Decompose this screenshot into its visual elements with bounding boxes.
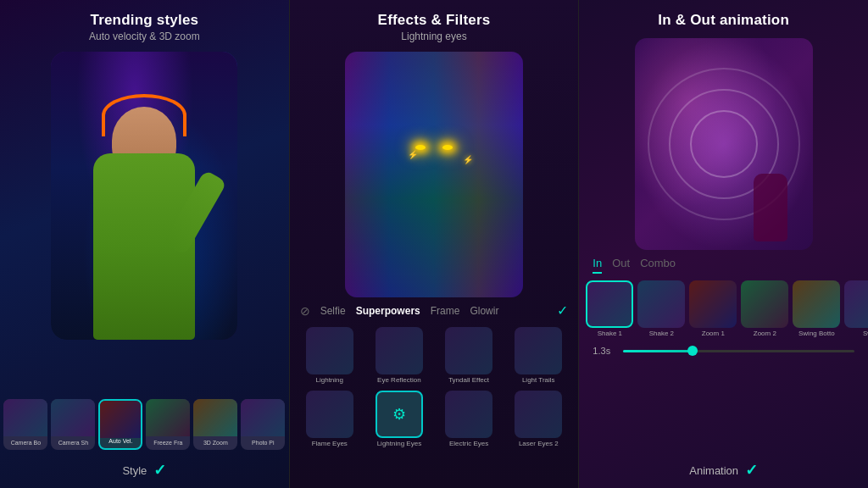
panel-2-title: Effects & Filters	[378, 12, 491, 29]
effects-grid-row1: Lightning Eye Reflection Tyndall Effect …	[290, 324, 579, 387]
effect-laser-eyes-2[interactable]: Laser Eyes 2	[505, 391, 571, 447]
animation-label: Animation	[689, 464, 738, 477]
style-thumb-photo-pi[interactable]: Photo Pi	[241, 399, 285, 450]
no-effect-icon[interactable]: ⊘	[300, 304, 310, 318]
style-thumb-3d-zoom[interactable]: 3D Zoom	[193, 399, 237, 450]
light-trail-effect	[635, 38, 813, 250]
anim-shake-2[interactable]: Shake 2	[637, 280, 685, 337]
slider-fill	[623, 350, 693, 352]
lightning-bolt-left: ⚡	[408, 150, 418, 159]
effects-menu-bar: ⊘ Selfie Superpowers Frame Glowir ✓	[290, 297, 579, 324]
face-with-effects: ⚡ ⚡	[345, 52, 523, 297]
panel-3-footer: Animation ✓	[579, 461, 868, 480]
panel-effects-filters: Effects & Filters Lightning eyes ⚡ ⚡ ⊘ S…	[289, 0, 580, 488]
style-checkmark[interactable]: ✓	[153, 461, 166, 480]
panel-1-photo	[51, 52, 237, 340]
circle-trail-3	[690, 110, 758, 178]
effect-tyndall[interactable]: Tyndall Effect	[436, 327, 502, 384]
anim-shake-1[interactable]: Shake 1	[586, 280, 633, 337]
animation-tabs: In Out Combo	[579, 250, 868, 277]
slider-track[interactable]	[623, 350, 854, 352]
effect-electric-eyes[interactable]: Electric Eyes	[436, 391, 502, 447]
panel-3-header: In & Out animation	[649, 0, 798, 34]
lightning-eyes-effect	[415, 145, 453, 150]
panel-1-header: Trending styles Auto velocity & 3D zoom	[81, 0, 209, 47]
animation-checkmark[interactable]: ✓	[745, 461, 758, 480]
menu-superpowers[interactable]: Superpowers	[356, 305, 420, 317]
tab-combo[interactable]: Combo	[640, 257, 676, 274]
panel-1-title: Trending styles	[89, 12, 200, 29]
slider-thumb[interactable]	[687, 346, 698, 356]
style-thumb-freeze[interactable]: Freeze Fra	[146, 399, 190, 450]
style-label: Style	[122, 464, 147, 477]
panel-animation: In & Out animation In Out Combo Shake 1 …	[579, 0, 868, 488]
panel-3-title: In & Out animation	[658, 12, 789, 29]
style-thumb-camera-sh[interactable]: Camera Sh	[51, 399, 95, 450]
anim-swi[interactable]: Swi	[844, 280, 868, 337]
effect-lightning-eyes[interactable]: ⚙ Lightning Eyes	[366, 391, 432, 447]
adjust-icon: ⚙	[392, 405, 406, 424]
menu-selfie[interactable]: Selfie	[320, 305, 346, 317]
effect-lightning[interactable]: Lightning	[297, 327, 363, 384]
effect-flame-eyes[interactable]: Flame Eyes	[297, 391, 363, 447]
animation-thumbnails: Shake 1 Shake 2 Zoom 1 Zoom 2 Swing Bott…	[579, 277, 868, 341]
panel-1-subtitle: Auto velocity & 3D zoom	[89, 30, 200, 42]
panel-2-header: Effects & Filters Lightning eyes	[370, 0, 499, 47]
style-thumb-camera-bo[interactable]: Camera Bo	[3, 399, 47, 450]
person-silhouette-3	[754, 174, 787, 241]
menu-frame[interactable]: Frame	[431, 305, 460, 317]
person-figure	[76, 103, 212, 340]
anim-swing-bottom[interactable]: Swing Botto	[793, 280, 840, 337]
style-thumb-auto-vel[interactable]: ⇌ Auto Vel.	[98, 399, 142, 450]
effect-light-trails[interactable]: Light Trails	[505, 327, 571, 384]
right-eye-glow	[442, 145, 453, 150]
panel-3-photo	[635, 38, 813, 250]
animation-duration-slider-row: 1.3s	[579, 341, 868, 361]
style-thumbnails-bar: Camera Bo Camera Sh ⇌ Auto Vel. Freeze F…	[0, 399, 289, 450]
tab-in[interactable]: In	[593, 257, 602, 274]
anim-zoom-2[interactable]: Zoom 2	[741, 280, 788, 337]
colorful-background	[345, 52, 523, 297]
panel-2-photo: ⚡ ⚡	[345, 52, 523, 297]
panel-1-footer: Style ✓	[0, 461, 289, 480]
tab-out[interactable]: Out	[612, 257, 630, 274]
effect-eye-reflection[interactable]: Eye Reflection	[366, 327, 432, 384]
panel-trending-styles: Trending styles Auto velocity & 3D zoom …	[0, 0, 289, 488]
anim-zoom-1[interactable]: Zoom 1	[689, 280, 737, 337]
slider-value-label: 1.3s	[593, 346, 616, 356]
panel-2-subtitle: Lightning eyes	[378, 30, 491, 42]
effects-checkmark[interactable]: ✓	[557, 302, 568, 319]
effects-grid-row2: Flame Eyes ⚙ Lightning Eyes Electric Eye…	[290, 387, 579, 451]
menu-glowir[interactable]: Glowir	[470, 305, 498, 317]
lightning-bolt-right: ⚡	[463, 155, 473, 164]
